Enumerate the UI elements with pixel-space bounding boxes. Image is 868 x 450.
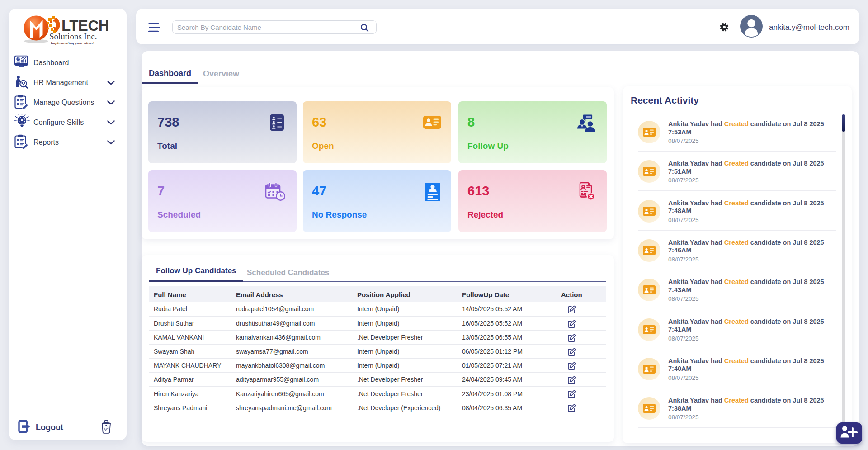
svg-text:Implementing your ideas!: Implementing your ideas! bbox=[50, 41, 94, 45]
svg-text:Solutions Inc.: Solutions Inc. bbox=[49, 32, 97, 41]
